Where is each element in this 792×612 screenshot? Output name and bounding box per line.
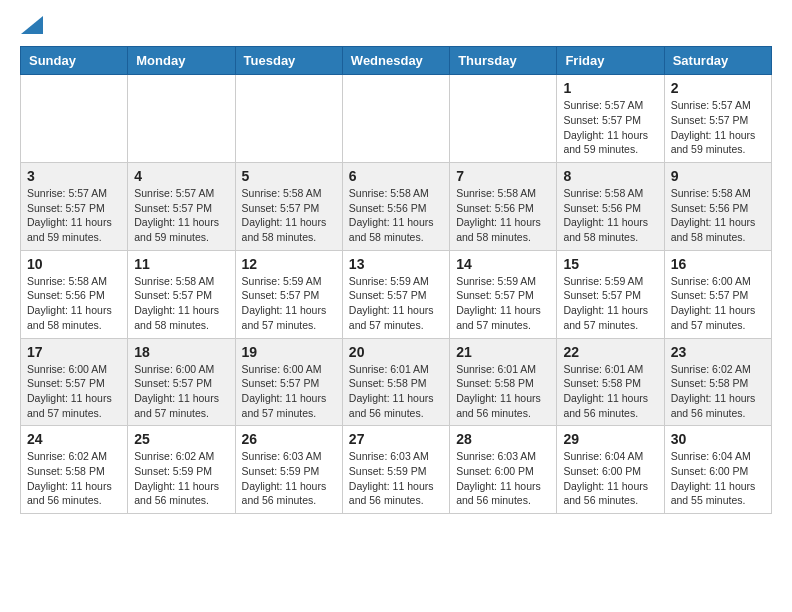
day-number: 24 — [27, 431, 121, 447]
calendar-day-cell: 9Sunrise: 5:58 AM Sunset: 5:56 PM Daylig… — [664, 163, 771, 251]
calendar-day-cell: 18Sunrise: 6:00 AM Sunset: 5:57 PM Dayli… — [128, 338, 235, 426]
day-info: Sunrise: 6:00 AM Sunset: 5:57 PM Dayligh… — [671, 274, 765, 333]
day-info: Sunrise: 6:03 AM Sunset: 5:59 PM Dayligh… — [349, 449, 443, 508]
calendar-day-cell — [21, 75, 128, 163]
day-number: 23 — [671, 344, 765, 360]
weekday-header: Wednesday — [342, 47, 449, 75]
day-number: 30 — [671, 431, 765, 447]
weekday-header: Thursday — [450, 47, 557, 75]
day-number: 10 — [27, 256, 121, 272]
calendar-day-cell: 16Sunrise: 6:00 AM Sunset: 5:57 PM Dayli… — [664, 250, 771, 338]
day-info: Sunrise: 5:57 AM Sunset: 5:57 PM Dayligh… — [134, 186, 228, 245]
calendar-day-cell: 23Sunrise: 6:02 AM Sunset: 5:58 PM Dayli… — [664, 338, 771, 426]
calendar-week-row: 1Sunrise: 5:57 AM Sunset: 5:57 PM Daylig… — [21, 75, 772, 163]
day-number: 20 — [349, 344, 443, 360]
day-number: 14 — [456, 256, 550, 272]
day-info: Sunrise: 5:58 AM Sunset: 5:56 PM Dayligh… — [27, 274, 121, 333]
day-number: 27 — [349, 431, 443, 447]
calendar-day-cell: 26Sunrise: 6:03 AM Sunset: 5:59 PM Dayli… — [235, 426, 342, 514]
day-info: Sunrise: 6:04 AM Sunset: 6:00 PM Dayligh… — [563, 449, 657, 508]
day-number: 16 — [671, 256, 765, 272]
calendar-day-cell: 13Sunrise: 5:59 AM Sunset: 5:57 PM Dayli… — [342, 250, 449, 338]
day-info: Sunrise: 5:58 AM Sunset: 5:56 PM Dayligh… — [671, 186, 765, 245]
day-info: Sunrise: 6:01 AM Sunset: 5:58 PM Dayligh… — [563, 362, 657, 421]
calendar-day-cell — [342, 75, 449, 163]
calendar-day-cell — [235, 75, 342, 163]
weekday-header: Sunday — [21, 47, 128, 75]
calendar-week-row: 17Sunrise: 6:00 AM Sunset: 5:57 PM Dayli… — [21, 338, 772, 426]
calendar-week-row: 10Sunrise: 5:58 AM Sunset: 5:56 PM Dayli… — [21, 250, 772, 338]
calendar-day-cell: 21Sunrise: 6:01 AM Sunset: 5:58 PM Dayli… — [450, 338, 557, 426]
svg-marker-0 — [21, 16, 43, 34]
day-number: 15 — [563, 256, 657, 272]
day-info: Sunrise: 6:03 AM Sunset: 5:59 PM Dayligh… — [242, 449, 336, 508]
day-number: 9 — [671, 168, 765, 184]
logo-icon — [21, 16, 43, 34]
day-info: Sunrise: 6:01 AM Sunset: 5:58 PM Dayligh… — [456, 362, 550, 421]
calendar-day-cell: 25Sunrise: 6:02 AM Sunset: 5:59 PM Dayli… — [128, 426, 235, 514]
calendar-day-cell: 3Sunrise: 5:57 AM Sunset: 5:57 PM Daylig… — [21, 163, 128, 251]
calendar-day-cell: 19Sunrise: 6:00 AM Sunset: 5:57 PM Dayli… — [235, 338, 342, 426]
calendar-day-cell: 22Sunrise: 6:01 AM Sunset: 5:58 PM Dayli… — [557, 338, 664, 426]
day-number: 4 — [134, 168, 228, 184]
day-number: 7 — [456, 168, 550, 184]
calendar-day-cell — [128, 75, 235, 163]
calendar-table: SundayMondayTuesdayWednesdayThursdayFrid… — [20, 46, 772, 514]
calendar-day-cell: 20Sunrise: 6:01 AM Sunset: 5:58 PM Dayli… — [342, 338, 449, 426]
day-info: Sunrise: 6:00 AM Sunset: 5:57 PM Dayligh… — [27, 362, 121, 421]
calendar-day-cell: 28Sunrise: 6:03 AM Sunset: 6:00 PM Dayli… — [450, 426, 557, 514]
day-info: Sunrise: 6:02 AM Sunset: 5:58 PM Dayligh… — [27, 449, 121, 508]
calendar-day-cell: 12Sunrise: 5:59 AM Sunset: 5:57 PM Dayli… — [235, 250, 342, 338]
calendar-day-cell: 7Sunrise: 5:58 AM Sunset: 5:56 PM Daylig… — [450, 163, 557, 251]
calendar-day-cell: 10Sunrise: 5:58 AM Sunset: 5:56 PM Dayli… — [21, 250, 128, 338]
weekday-header-row: SundayMondayTuesdayWednesdayThursdayFrid… — [21, 47, 772, 75]
weekday-header: Friday — [557, 47, 664, 75]
weekday-header: Tuesday — [235, 47, 342, 75]
calendar-week-row: 3Sunrise: 5:57 AM Sunset: 5:57 PM Daylig… — [21, 163, 772, 251]
day-info: Sunrise: 5:59 AM Sunset: 5:57 PM Dayligh… — [456, 274, 550, 333]
day-info: Sunrise: 6:00 AM Sunset: 5:57 PM Dayligh… — [134, 362, 228, 421]
day-info: Sunrise: 5:58 AM Sunset: 5:56 PM Dayligh… — [349, 186, 443, 245]
calendar-day-cell: 11Sunrise: 5:58 AM Sunset: 5:57 PM Dayli… — [128, 250, 235, 338]
day-info: Sunrise: 5:57 AM Sunset: 5:57 PM Dayligh… — [671, 98, 765, 157]
day-number: 29 — [563, 431, 657, 447]
day-info: Sunrise: 6:02 AM Sunset: 5:58 PM Dayligh… — [671, 362, 765, 421]
day-number: 25 — [134, 431, 228, 447]
day-number: 26 — [242, 431, 336, 447]
calendar-day-cell: 5Sunrise: 5:58 AM Sunset: 5:57 PM Daylig… — [235, 163, 342, 251]
day-info: Sunrise: 6:02 AM Sunset: 5:59 PM Dayligh… — [134, 449, 228, 508]
day-info: Sunrise: 5:57 AM Sunset: 5:57 PM Dayligh… — [27, 186, 121, 245]
day-info: Sunrise: 5:57 AM Sunset: 5:57 PM Dayligh… — [563, 98, 657, 157]
calendar-day-cell — [450, 75, 557, 163]
calendar-day-cell: 1Sunrise: 5:57 AM Sunset: 5:57 PM Daylig… — [557, 75, 664, 163]
calendar-day-cell: 4Sunrise: 5:57 AM Sunset: 5:57 PM Daylig… — [128, 163, 235, 251]
day-number: 5 — [242, 168, 336, 184]
day-info: Sunrise: 6:01 AM Sunset: 5:58 PM Dayligh… — [349, 362, 443, 421]
day-info: Sunrise: 5:58 AM Sunset: 5:57 PM Dayligh… — [242, 186, 336, 245]
day-number: 21 — [456, 344, 550, 360]
day-info: Sunrise: 6:03 AM Sunset: 6:00 PM Dayligh… — [456, 449, 550, 508]
day-info: Sunrise: 5:58 AM Sunset: 5:56 PM Dayligh… — [456, 186, 550, 245]
day-info: Sunrise: 5:59 AM Sunset: 5:57 PM Dayligh… — [349, 274, 443, 333]
logo-area — [20, 16, 43, 36]
day-info: Sunrise: 5:58 AM Sunset: 5:56 PM Dayligh… — [563, 186, 657, 245]
day-number: 28 — [456, 431, 550, 447]
day-number: 19 — [242, 344, 336, 360]
day-number: 17 — [27, 344, 121, 360]
calendar-day-cell: 15Sunrise: 5:59 AM Sunset: 5:57 PM Dayli… — [557, 250, 664, 338]
day-number: 13 — [349, 256, 443, 272]
day-number: 12 — [242, 256, 336, 272]
calendar-day-cell: 17Sunrise: 6:00 AM Sunset: 5:57 PM Dayli… — [21, 338, 128, 426]
day-info: Sunrise: 5:58 AM Sunset: 5:57 PM Dayligh… — [134, 274, 228, 333]
day-number: 3 — [27, 168, 121, 184]
weekday-header: Monday — [128, 47, 235, 75]
calendar-day-cell: 29Sunrise: 6:04 AM Sunset: 6:00 PM Dayli… — [557, 426, 664, 514]
day-info: Sunrise: 5:59 AM Sunset: 5:57 PM Dayligh… — [242, 274, 336, 333]
day-info: Sunrise: 5:59 AM Sunset: 5:57 PM Dayligh… — [563, 274, 657, 333]
day-number: 2 — [671, 80, 765, 96]
calendar-day-cell: 30Sunrise: 6:04 AM Sunset: 6:00 PM Dayli… — [664, 426, 771, 514]
day-number: 22 — [563, 344, 657, 360]
header — [20, 16, 772, 36]
calendar-day-cell: 2Sunrise: 5:57 AM Sunset: 5:57 PM Daylig… — [664, 75, 771, 163]
day-number: 6 — [349, 168, 443, 184]
